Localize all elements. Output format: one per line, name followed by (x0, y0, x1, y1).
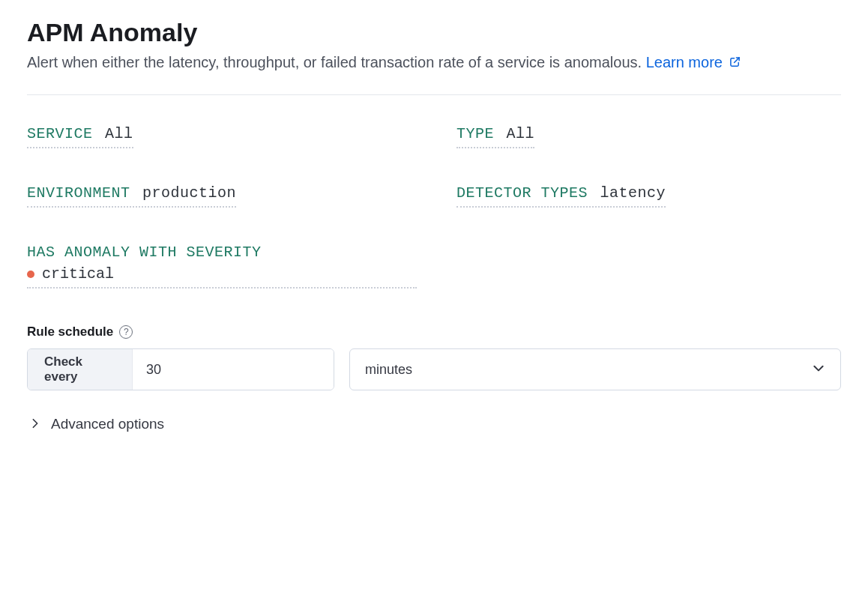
detector-types-field[interactable]: DETECTOR TYPES latency (456, 184, 841, 208)
interval-input[interactable] (133, 349, 334, 390)
advanced-options-toggle[interactable]: Advanced options (27, 416, 841, 432)
interval-unit-value: minutes (365, 362, 412, 378)
divider (27, 94, 841, 95)
rule-header: APM Anomaly Alert when either the latenc… (27, 18, 841, 73)
help-icon[interactable]: ? (119, 325, 133, 339)
detector-types-label: DETECTOR TYPES (456, 184, 588, 202)
type-field[interactable]: TYPE All (456, 125, 841, 148)
interval-input-group: Check every (27, 348, 334, 390)
detector-types-value: latency (600, 184, 666, 202)
type-label: TYPE (456, 125, 494, 142)
service-value: All (105, 125, 133, 142)
rule-schedule-title: Rule schedule (27, 324, 113, 339)
type-value: All (507, 125, 535, 142)
learn-more-label: Learn more (646, 54, 723, 70)
external-link-icon (729, 52, 741, 73)
chevron-right-icon (30, 416, 40, 432)
severity-label: HAS ANOMALY WITH SEVERITY (27, 244, 417, 261)
chevron-down-icon (812, 361, 825, 378)
learn-more-link[interactable]: Learn more (646, 54, 741, 70)
environment-label: ENVIRONMENT (27, 184, 130, 202)
severity-field[interactable]: HAS ANOMALY WITH SEVERITY critical (27, 244, 841, 289)
page-title: APM Anomaly (27, 18, 841, 47)
description-text: Alert when either the latency, throughpu… (27, 54, 642, 70)
rule-fields: SERVICE All TYPE All ENVIRONMENT product… (27, 125, 841, 289)
rule-schedule-section: Rule schedule ? Check every minutes Adva… (27, 324, 841, 432)
interval-unit-select[interactable]: minutes (349, 348, 841, 390)
page-description: Alert when either the latency, throughpu… (27, 52, 841, 73)
severity-value: critical (42, 265, 114, 283)
severity-dot-icon (27, 271, 34, 278)
service-label: SERVICE (27, 125, 93, 142)
service-field[interactable]: SERVICE All (27, 125, 412, 148)
environment-value: production (142, 184, 236, 202)
interval-prefix-label: Check every (28, 349, 133, 390)
advanced-options-label: Advanced options (51, 416, 164, 432)
environment-field[interactable]: ENVIRONMENT production (27, 184, 412, 208)
